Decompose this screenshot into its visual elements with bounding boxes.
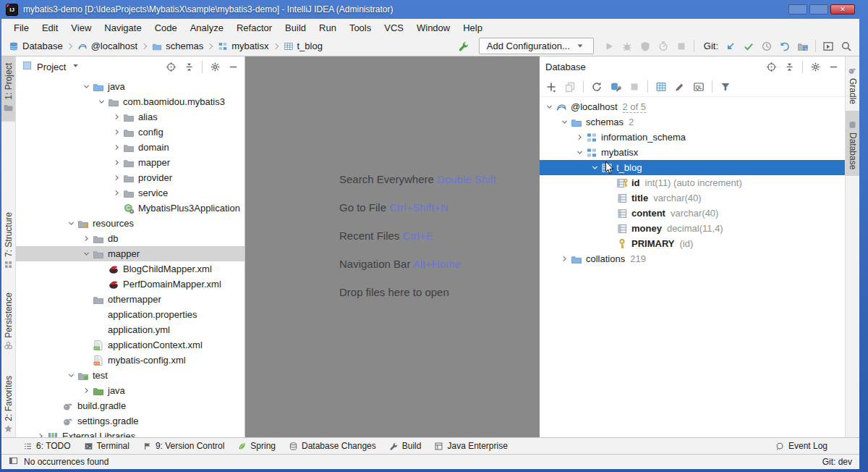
toolwindow-tab-persistence[interactable]: Persistence xyxy=(1,286,16,360)
project-tree-item-application-yml[interactable]: application.yml xyxy=(16,322,244,337)
breadcrumb-item-database[interactable]: Database xyxy=(9,41,63,51)
menu-code[interactable]: Code xyxy=(148,21,184,35)
expand-toggle[interactable] xyxy=(574,148,586,157)
expand-toggle[interactable] xyxy=(111,188,123,198)
toolwindow-tab-database[interactable]: Database xyxy=(846,111,860,176)
minus-button[interactable] xyxy=(828,62,839,72)
toolwindow-button-spring[interactable]: Spring xyxy=(237,441,276,451)
toolwindow-tab-2-favorites[interactable]: 2: Favorites xyxy=(1,369,16,437)
ql-box-button[interactable]: QL xyxy=(693,81,705,93)
wrench-green-button[interactable] xyxy=(458,41,469,52)
database-tree-item-schemas[interactable]: schemas2 xyxy=(540,114,845,130)
expand-toggle[interactable] xyxy=(574,132,586,142)
project-tree-item-perfdomainmapper-xml[interactable]: PerfDomainMapper.xml xyxy=(16,277,244,292)
git-update-button[interactable] xyxy=(725,41,736,52)
toolwindow-button-database-changes[interactable]: Database Changes xyxy=(289,441,376,451)
maximize-window-button[interactable] xyxy=(809,4,828,14)
menu-view[interactable]: View xyxy=(64,21,98,35)
expand-toggle[interactable] xyxy=(111,127,123,137)
project-tree-item-alias[interactable]: alias xyxy=(16,109,244,125)
gear-button[interactable] xyxy=(810,62,821,72)
toolwindow-button-java-enterprise[interactable]: Java Enterprise xyxy=(434,441,507,451)
database-tree-item-title[interactable]: titlevarchar(40) xyxy=(540,190,845,206)
project-tree-item-db[interactable]: db xyxy=(16,231,244,246)
expand-toggle[interactable] xyxy=(111,112,123,122)
breadcrumb-item-localhost[interactable]: @localhost xyxy=(77,41,138,51)
database-tree-item-collations[interactable]: collations219 xyxy=(540,251,845,266)
project-tree-item-mybatis-config-xml[interactable]: <>mybatis-config.xml xyxy=(16,353,244,368)
menu-vcs[interactable]: VCS xyxy=(378,21,410,35)
git-commit-button[interactable] xyxy=(743,41,754,52)
project-tree-item-external-libraries[interactable]: External Libraries xyxy=(16,429,244,437)
project-tree-item-mybatisplus3application[interactable]: CMybatisPlus3Application xyxy=(16,201,244,216)
toolwindow-button-terminal[interactable]: Terminal xyxy=(84,441,129,451)
project-tree-item-applicationcontext-xml[interactable]: <>applicationContext.xml xyxy=(16,337,244,353)
project-tree-item-test[interactable]: test xyxy=(16,368,244,383)
minus-button[interactable] xyxy=(228,62,239,72)
expand-toggle[interactable] xyxy=(111,158,123,167)
menu-navigate[interactable]: Navigate xyxy=(98,21,148,35)
collapse-all-button[interactable] xyxy=(184,62,195,72)
expand-toggle[interactable] xyxy=(80,386,93,395)
expand-toggle[interactable] xyxy=(558,117,571,127)
expand-toggle[interactable] xyxy=(80,249,93,258)
add-configuration-button[interactable]: Add Configuration... xyxy=(479,38,594,54)
menu-analyze[interactable]: Analyze xyxy=(184,21,230,35)
menu-file[interactable]: File xyxy=(7,21,35,35)
expand-toggle[interactable] xyxy=(65,371,77,380)
database-tree-item-mybatisx[interactable]: mybatisx xyxy=(540,145,845,160)
menu-help[interactable]: Help xyxy=(456,21,489,35)
breadcrumb-item-schemas[interactable]: schemas xyxy=(152,41,203,51)
minimize-window-button[interactable] xyxy=(788,4,807,14)
expand-toggle[interactable] xyxy=(65,219,77,228)
expand-toggle[interactable] xyxy=(543,102,556,111)
database-tree-item-information-schema[interactable]: information_schema xyxy=(540,130,845,145)
copy-gray-button[interactable] xyxy=(564,81,576,93)
project-tree-item-resources[interactable]: resources xyxy=(16,216,244,231)
project-tree-item-build-gradle[interactable]: build.gradle xyxy=(16,398,244,413)
project-tree-item-settings-gradle[interactable]: settings.gradle xyxy=(16,413,244,429)
pencil-button[interactable] xyxy=(674,81,686,93)
project-tree-item-othermapper[interactable]: othermapper xyxy=(16,292,244,307)
database-tree-item-t-blog[interactable]: t_blog xyxy=(540,160,845,175)
gear-button[interactable] xyxy=(210,62,221,72)
toolwindow-button-6-todo[interactable]: 6: TODO xyxy=(23,441,71,451)
funnel-button[interactable] xyxy=(720,81,731,93)
menu-window[interactable]: Window xyxy=(410,21,456,35)
toolwindow-button-build[interactable]: Build xyxy=(389,441,422,451)
menu-build[interactable]: Build xyxy=(278,21,312,35)
project-panel-title[interactable]: Project xyxy=(37,62,66,72)
breadcrumb-item-mybatisx[interactable]: mybatisx xyxy=(218,41,268,51)
stop-gray-button[interactable] xyxy=(629,81,640,93)
collapse-all-button[interactable] xyxy=(784,62,795,72)
project-tree-item-service[interactable]: service xyxy=(16,185,244,201)
project-tree-item-java[interactable]: java xyxy=(16,79,244,94)
menu-tools[interactable]: Tools xyxy=(343,21,378,35)
toolwindow-button-event-log[interactable]: Event Log xyxy=(775,441,827,451)
expand-toggle[interactable] xyxy=(80,82,93,91)
expand-toggle[interactable] xyxy=(80,234,93,243)
target-button[interactable] xyxy=(766,62,777,72)
database-tree-item-money[interactable]: moneydecimal(11,4) xyxy=(540,221,845,236)
history-button[interactable] xyxy=(761,41,773,52)
toolwindow-button-9-version-control[interactable]: 9: Version Control xyxy=(142,441,224,451)
close-window-button[interactable]: ✕ xyxy=(830,4,855,14)
git-branch-widget[interactable]: Git: dev xyxy=(822,457,852,467)
refresh-button[interactable] xyxy=(591,81,603,93)
win-toggle-icon[interactable] xyxy=(9,456,18,465)
plus-drop-button[interactable] xyxy=(545,81,557,93)
expand-toggle[interactable] xyxy=(111,143,123,152)
project-tree-item-java[interactable]: java xyxy=(16,383,244,398)
project-tree-item-provider[interactable]: provider xyxy=(16,170,244,185)
toolwindow-tab-1-project[interactable]: 1: Project xyxy=(1,56,16,122)
search-button[interactable] xyxy=(841,41,852,52)
expand-toggle[interactable] xyxy=(35,431,47,437)
menu-run[interactable]: Run xyxy=(312,21,343,35)
project-tree-item-mapper[interactable]: mapper xyxy=(16,155,244,170)
grid-blue-button[interactable] xyxy=(655,81,667,93)
menu-refactor[interactable]: Refactor xyxy=(230,21,278,35)
project-tree-item-com-baomidou-mybatis3[interactable]: com.baomidou.mybatis3 xyxy=(16,94,244,109)
expand-toggle[interactable] xyxy=(111,173,123,182)
database-tree-item-localhost[interactable]: @localhost2 of 5 xyxy=(540,99,845,114)
caret-down-icon[interactable] xyxy=(70,60,81,71)
